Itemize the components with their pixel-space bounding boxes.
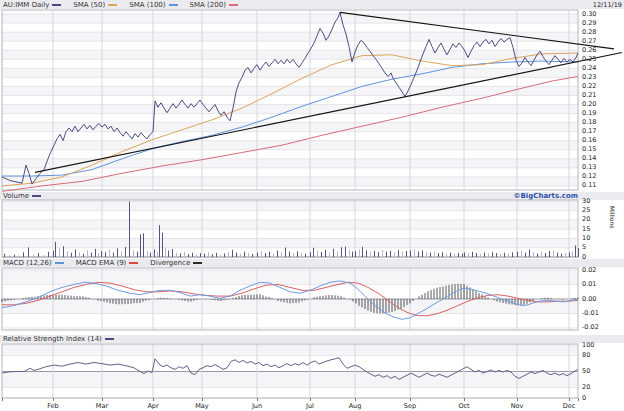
month-label: May xyxy=(189,402,215,410)
legend-swatch xyxy=(55,262,64,264)
axis-tick-label: 15 xyxy=(582,226,590,233)
legend-label: SMA (50) xyxy=(73,1,105,9)
axis-tick-label: 50 xyxy=(582,368,590,375)
chart-date: 12/11/19 xyxy=(593,1,622,9)
legend-label: AU:IMM Daily xyxy=(3,1,49,9)
month-label: Oct xyxy=(451,402,477,410)
month-label: Sep xyxy=(397,402,423,410)
legend-label: SMA (100) xyxy=(129,1,165,9)
axis-tick-label: 0.17 xyxy=(582,128,596,135)
axis-tick-label: 0.01 xyxy=(582,281,596,288)
stock-chart: AU:IMM DailySMA (50)SMA (100)SMA (200) 1… xyxy=(0,0,624,411)
axis-tick-label: 0.13 xyxy=(582,164,596,171)
legend-item: SMA (200) xyxy=(190,1,238,9)
axis-tick-label: -0.02 xyxy=(582,324,599,331)
legend-label: MACD EMA (9) xyxy=(76,259,127,267)
month-tick xyxy=(578,398,579,401)
legend-swatch xyxy=(193,262,202,264)
month-tick xyxy=(153,398,154,401)
legend-macd: MACD (12,26)MACD EMA (9)Divergence xyxy=(0,259,624,267)
legend-item: MACD (12,26) xyxy=(3,259,64,267)
price-panel xyxy=(2,10,620,190)
bigcharts-watermark: ©BigCharts.com xyxy=(2,192,578,200)
month-tick xyxy=(102,398,103,401)
axis-tick-label: 0.26 xyxy=(582,47,596,54)
legend-label: Relative Strength Index (14) xyxy=(3,335,102,343)
axis-tick-label: -0.01 xyxy=(582,310,599,317)
volume-panel xyxy=(2,200,578,257)
axis-tick-label: 0.28 xyxy=(582,29,596,36)
month-tick xyxy=(202,398,203,401)
axis-tick-label: 0.20 xyxy=(582,101,596,108)
axis-tick-label: 0.02 xyxy=(582,267,596,274)
rsi-panel xyxy=(2,344,578,398)
month-label: Apr xyxy=(140,402,166,410)
legend-item: SMA (100) xyxy=(129,1,177,9)
month-label: Feb xyxy=(40,402,66,410)
month-tick xyxy=(355,398,356,401)
axis-tick-label: 10 xyxy=(582,235,590,242)
axis-tick-label: 0.16 xyxy=(582,137,596,144)
month-label: Nov xyxy=(504,402,530,410)
axis-tick-label: 20 xyxy=(582,216,590,223)
legend-swatch xyxy=(169,4,178,6)
axis-tick-label: 0 xyxy=(582,395,586,402)
month-tick xyxy=(569,398,570,401)
legend-item: Relative Strength Index (14) xyxy=(3,335,114,343)
month-label: Jun xyxy=(244,402,270,410)
axis-tick-label: 30 xyxy=(582,198,590,205)
legend-label: Divergence xyxy=(150,259,190,267)
axis-tick-label: 0.18 xyxy=(582,119,596,126)
axis-tick-label: 0.30 xyxy=(582,11,596,18)
axis-tick-label: 0.00 xyxy=(582,296,596,303)
axis-tick-label: 0 xyxy=(582,254,586,261)
legend-rsi: Relative Strength Index (14) xyxy=(0,335,624,343)
legend-main: AU:IMM DailySMA (50)SMA (100)SMA (200) xyxy=(0,0,624,9)
month-tick xyxy=(464,398,465,401)
legend-item: Divergence xyxy=(150,259,202,267)
axis-tick-label: 25 xyxy=(582,207,590,214)
legend-item: SMA (50) xyxy=(73,1,117,9)
legend-label: MACD (12,26) xyxy=(3,259,52,267)
axis-tick-label: 80 xyxy=(582,352,590,359)
axis-tick-label: 0.25 xyxy=(582,56,596,63)
legend-swatch xyxy=(129,262,138,264)
axis-tick-label: 0.24 xyxy=(582,65,596,72)
legend-swatch xyxy=(105,338,114,340)
axis-tick-label: 0.29 xyxy=(582,20,596,27)
axis-tick-label: 5 xyxy=(582,244,586,251)
axis-tick-label: 0.14 xyxy=(582,155,596,162)
month-label: Jul xyxy=(297,402,323,410)
month-tick xyxy=(410,398,411,401)
month-label: Dec xyxy=(556,402,582,410)
month-tick xyxy=(2,398,3,401)
month-tick xyxy=(517,398,518,401)
macd-panel xyxy=(2,268,578,330)
axis-tick-label: 0.19 xyxy=(582,110,596,117)
legend-swatch xyxy=(229,4,238,6)
axis-tick-label: 0.11 xyxy=(582,182,596,189)
axis-tick-label: 0.23 xyxy=(582,74,596,81)
legend-swatch xyxy=(108,4,117,6)
legend-item: MACD EMA (9) xyxy=(76,259,139,267)
month-tick xyxy=(257,398,258,401)
axis-tick-label: 100 xyxy=(582,342,594,349)
volume-unit-label: Millions xyxy=(609,206,616,228)
axis-tick-label: 0.27 xyxy=(582,38,596,45)
month-label: Mar xyxy=(89,402,115,410)
axis-tick-label: 0.12 xyxy=(582,173,596,180)
axis-tick-label: 0.15 xyxy=(582,146,596,153)
axis-tick-label: 0.22 xyxy=(582,83,596,90)
month-tick xyxy=(310,398,311,401)
legend-label: SMA (200) xyxy=(190,1,226,9)
legend-swatch xyxy=(52,4,61,6)
axis-tick-label: 20 xyxy=(582,384,590,391)
axis-tick-label: 0.21 xyxy=(582,92,596,99)
month-tick xyxy=(53,398,54,401)
month-label: Aug xyxy=(342,402,368,410)
legend-item: AU:IMM Daily xyxy=(3,1,61,9)
